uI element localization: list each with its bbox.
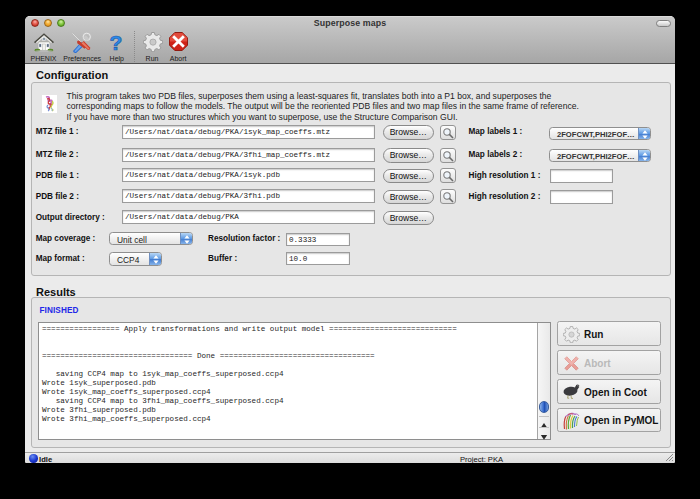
- svg-text:?: ?: [110, 33, 123, 54]
